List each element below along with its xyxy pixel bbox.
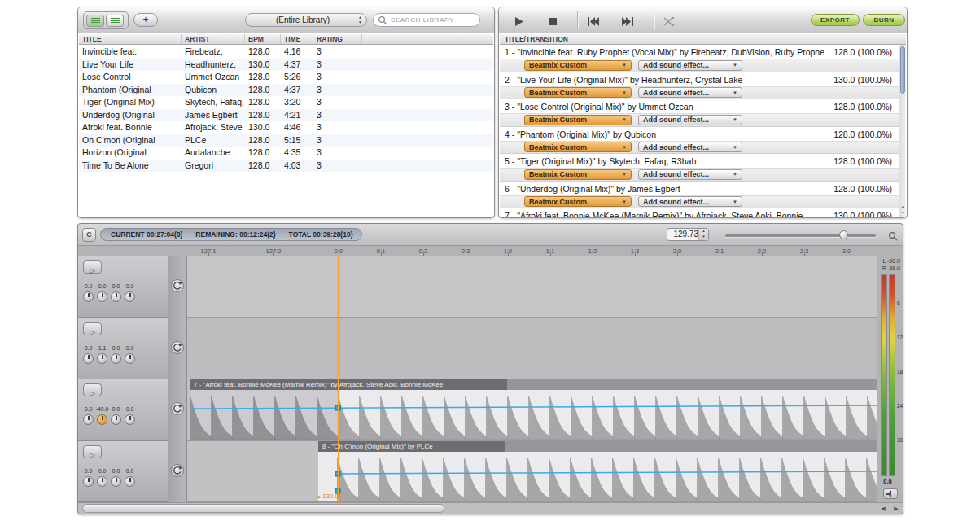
- channel-knob[interactable]: [97, 291, 107, 302]
- library-column-headers: TITLEARTISTBPMTIMERATING: [79, 34, 493, 45]
- play-button[interactable]: [514, 15, 524, 30]
- channel-knob[interactable]: [111, 353, 121, 364]
- channel-knob[interactable]: [111, 476, 121, 487]
- playlist-item[interactable]: 2 - "Live Your Life (Original Mix)" by H…: [500, 72, 899, 86]
- scrollbar-thumb[interactable]: [900, 46, 905, 94]
- zoom-slider-thumb[interactable]: [839, 230, 848, 239]
- transition-type-dropdown[interactable]: Beatmix Custom▼: [524, 196, 632, 207]
- channel-knob[interactable]: [125, 353, 135, 364]
- channel-knob[interactable]: [125, 476, 135, 487]
- column-header-title[interactable]: TITLE: [79, 34, 182, 44]
- export-button[interactable]: EXPORT: [811, 14, 860, 26]
- channel-play-button[interactable]: ▷: [83, 445, 102, 458]
- track-block-7[interactable]: 7 - "Afroki feat. Bonnie McKee (Marnik R…: [190, 379, 877, 440]
- channel-knob[interactable]: [111, 414, 121, 425]
- speaker-button[interactable]: [883, 488, 898, 499]
- playlist-item[interactable]: 1 - "Invincible feat. Ruby Prophet (Voca…: [500, 45, 899, 59]
- channel-knob[interactable]: [111, 291, 121, 302]
- playlist-scrollbar[interactable]: ▲ ▼: [899, 45, 906, 217]
- channel-knob[interactable]: [83, 291, 94, 302]
- lane-3[interactable]: 7 - "Afroki feat. Bonnie McKee (Marnik R…: [187, 379, 877, 441]
- search-input[interactable]: SEARCH LIBRARY: [373, 13, 480, 27]
- playlist-item[interactable]: 7 - "Afroki feat. Bonnie McKee (Marnik R…: [500, 208, 899, 217]
- sound-effect-dropdown[interactable]: Add sound effect...▼: [638, 115, 742, 125]
- cell-title: Invincible feat.: [79, 46, 182, 59]
- library-row[interactable]: Lose ControlUmmet Ozcan128.05:263: [79, 71, 493, 84]
- playlist-item[interactable]: 4 - "Phantom (Original Mix)" by Qubicon1…: [500, 127, 899, 141]
- channel-knob[interactable]: [83, 476, 94, 487]
- playhead[interactable]: [338, 256, 339, 504]
- meter-scale-label: 6: [897, 300, 900, 306]
- channel-play-button[interactable]: ▷: [83, 260, 102, 274]
- library-row[interactable]: Live Your LifeHeadhunterz,130.04:373: [79, 59, 493, 72]
- scroll-down-icon[interactable]: ▼: [899, 210, 907, 215]
- stop-button[interactable]: [548, 15, 558, 30]
- library-row[interactable]: Time To Be AloneGregori128.04:033: [79, 160, 493, 173]
- scroll-left-icon[interactable]: ◀: [877, 504, 889, 514]
- crossfade-button[interactable]: [663, 15, 676, 30]
- lane-2[interactable]: [187, 318, 877, 380]
- loop-button[interactable]: [171, 402, 184, 415]
- bpm-stepper[interactable]: ▲▼: [698, 229, 708, 240]
- library-row[interactable]: Oh C'mon (OriginalPLCe128.05:153: [79, 134, 493, 147]
- sound-effect-dropdown[interactable]: Add sound effect...▼: [638, 142, 742, 152]
- sound-effect-dropdown[interactable]: Add sound effect...▼: [638, 196, 742, 207]
- column-header-rating[interactable]: RATING: [313, 34, 362, 44]
- list-view-button[interactable]: [86, 15, 104, 27]
- channel-knob[interactable]: [97, 353, 107, 364]
- column-header-time[interactable]: TIME: [281, 34, 313, 44]
- scroll-up-icon[interactable]: ▲: [899, 204, 907, 208]
- library-row[interactable]: Afroki feat. BonnieAfrojack, Steve130.04…: [79, 121, 493, 134]
- zoom-slider[interactable]: [725, 230, 876, 241]
- transition-type-dropdown[interactable]: Beatmix Custom▼: [524, 142, 632, 152]
- volume-line[interactable]: [318, 452, 877, 502]
- add-track-button[interactable]: +: [133, 13, 158, 27]
- waveform-area[interactable]: [318, 452, 877, 502]
- collapse-button[interactable]: C: [82, 228, 96, 242]
- column-header-artist[interactable]: ARTIST: [182, 34, 245, 44]
- lane-1[interactable]: [187, 256, 877, 318]
- channel-knob[interactable]: [125, 414, 135, 425]
- transition-type-dropdown[interactable]: Beatmix Custom▼: [524, 115, 632, 125]
- previous-track-button[interactable]: [587, 15, 600, 30]
- browser-view-button[interactable]: [106, 15, 124, 27]
- burn-button[interactable]: BURN: [863, 14, 905, 26]
- scrollbar-thumb[interactable]: [82, 504, 444, 513]
- library-row[interactable]: Underdog (OriginalJames Egbert128.04:213: [79, 109, 493, 122]
- bpm-display[interactable]: 129.73 ▲▼: [667, 228, 709, 241]
- loop-button[interactable]: [171, 464, 184, 477]
- channel-knob[interactable]: [125, 291, 135, 302]
- next-track-button[interactable]: [621, 15, 634, 30]
- timeline-ruler[interactable]: 127:1127:20:00:10:20:31:01:11:21:32:02:1…: [78, 246, 903, 256]
- library-row[interactable]: Tiger (Original Mix)Skytech, Fafaq,128.0…: [79, 96, 493, 109]
- scroll-right-icon[interactable]: ▶: [890, 504, 902, 514]
- transition-type-dropdown[interactable]: Beatmix Custom▼: [524, 87, 632, 98]
- channel-knob[interactable]: [83, 353, 94, 364]
- loop-button[interactable]: [171, 279, 184, 292]
- sound-effect-dropdown[interactable]: Add sound effect...▼: [638, 60, 742, 71]
- channel-knob[interactable]: [83, 414, 94, 425]
- library-row[interactable]: Invincible feat.Firebeatz,128.04:163: [79, 46, 493, 59]
- channel-play-button[interactable]: ▷: [83, 383, 102, 396]
- timeline-scrollbar[interactable]: ◀ ▶: [78, 502, 903, 514]
- playlist-item[interactable]: 3 - "Lose Control (Original Mix)" by Umm…: [500, 99, 899, 113]
- playlist-item[interactable]: 6 - "Underdog (Original Mix)" by James E…: [500, 182, 899, 195]
- cell-time: 4:46: [281, 121, 313, 134]
- library-row[interactable]: Horizon (OriginalAudalanche128.04:353: [79, 147, 493, 160]
- sound-effect-dropdown[interactable]: Add sound effect...▼: [638, 87, 742, 98]
- lane-4[interactable]: 8 - "Oh C'mon (Original Mix)" by PLCe: [187, 441, 877, 503]
- transition-type-dropdown[interactable]: Beatmix Custom▼: [524, 169, 632, 180]
- waveform-area[interactable]: [190, 390, 877, 440]
- sound-effect-dropdown[interactable]: Add sound effect...▼: [638, 169, 742, 180]
- column-header-bpm[interactable]: BPM: [245, 34, 281, 44]
- loop-button[interactable]: [171, 341, 184, 354]
- channel-knob[interactable]: [97, 476, 107, 487]
- volume-line[interactable]: [190, 390, 877, 440]
- channel-knob[interactable]: [97, 414, 107, 425]
- track-block-8[interactable]: 8 - "Oh C'mon (Original Mix)" by PLCe: [318, 441, 877, 502]
- library-row[interactable]: Phantom (OriginalQubicon128.04:373: [79, 84, 493, 97]
- transition-type-dropdown[interactable]: Beatmix Custom▼: [524, 60, 632, 71]
- library-source-dropdown[interactable]: (Entire Library) ▲▼: [245, 13, 367, 27]
- playlist-item[interactable]: 5 - "Tiger (Original Mix)" by Skytech, F…: [500, 154, 899, 168]
- channel-play-button[interactable]: ▷: [83, 322, 102, 335]
